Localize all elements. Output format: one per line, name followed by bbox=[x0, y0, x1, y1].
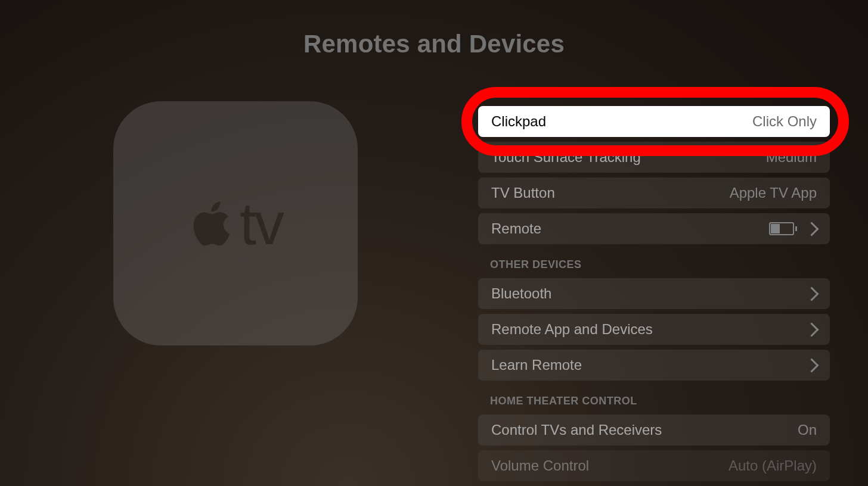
row-label: Learn Remote bbox=[491, 357, 582, 373]
row-label: Remote bbox=[491, 220, 541, 237]
row-remote-app-and-devices[interactable]: Remote App and Devices bbox=[478, 314, 830, 345]
chevron-right-icon bbox=[804, 358, 819, 372]
row-learn-remote[interactable]: Learn Remote bbox=[478, 350, 830, 381]
chevron-right-icon bbox=[804, 286, 819, 301]
row-label: Touch Surface Tracking bbox=[491, 149, 641, 166]
row-label: Volume Control bbox=[491, 457, 589, 474]
row-clickpad[interactable]: Clickpad Click Only bbox=[478, 106, 830, 137]
battery-icon bbox=[769, 222, 797, 235]
row-value: Medium bbox=[766, 149, 817, 166]
settings-list: Clickpad Click Only Touch Surface Tracki… bbox=[478, 106, 830, 486]
row-value: Auto (AirPlay) bbox=[728, 457, 817, 474]
chevron-right-icon bbox=[804, 322, 819, 337]
appletv-logo: tv bbox=[188, 189, 283, 258]
row-value: Apple TV App bbox=[730, 185, 817, 201]
row-label: Bluetooth bbox=[491, 285, 551, 302]
row-label: Clickpad bbox=[491, 113, 546, 130]
row-bluetooth[interactable]: Bluetooth bbox=[478, 278, 830, 309]
row-remote[interactable]: Remote bbox=[478, 213, 830, 244]
chevron-right-icon bbox=[804, 222, 819, 236]
row-value: On bbox=[798, 422, 817, 438]
row-label: Control TVs and Receivers bbox=[491, 422, 662, 438]
row-tv-button[interactable]: TV Button Apple TV App bbox=[478, 177, 830, 208]
settings-screen: Remotes and Devices tv Clickpad Click On… bbox=[0, 0, 868, 486]
row-value: Click Only bbox=[752, 113, 817, 130]
page-title: Remotes and Devices bbox=[0, 30, 868, 58]
row-label: TV Button bbox=[491, 185, 555, 201]
row-control-tvs-and-receivers[interactable]: Control TVs and Receivers On bbox=[478, 415, 830, 446]
row-label: Remote App and Devices bbox=[491, 321, 653, 338]
apple-icon bbox=[188, 195, 235, 251]
row-touch-surface-tracking[interactable]: Touch Surface Tracking Medium bbox=[478, 142, 830, 173]
section-header-other-devices: OTHER DEVICES bbox=[490, 258, 830, 271]
row-volume-control[interactable]: Volume Control Auto (AirPlay) bbox=[478, 450, 830, 481]
appletv-text: tv bbox=[240, 189, 283, 258]
section-header-home-theater: HOME THEATER CONTROL bbox=[490, 395, 830, 407]
appletv-tile: tv bbox=[113, 101, 358, 345]
